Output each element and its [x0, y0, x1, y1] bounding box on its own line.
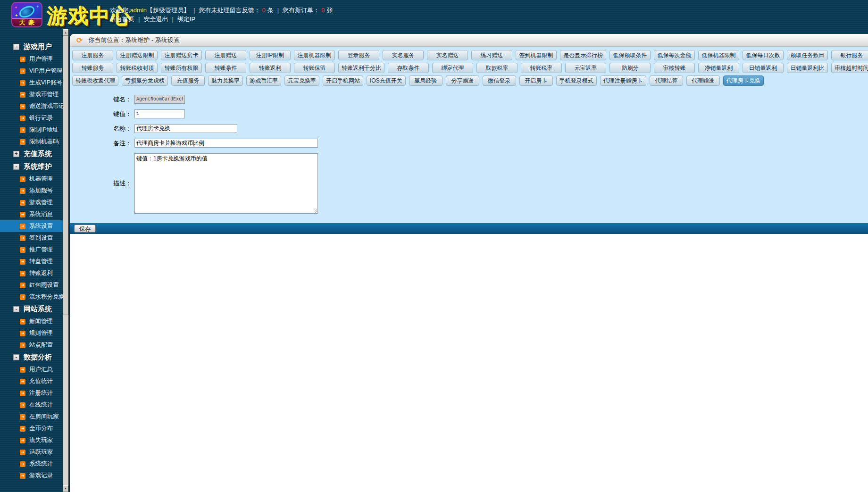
display-name-input[interactable] [134, 124, 237, 133]
expand-icon[interactable]: + [13, 151, 19, 157]
sidebar-item[interactable]: ➜注册统计 [0, 387, 63, 399]
sidebar-item[interactable]: ➜机器管理 [0, 173, 63, 185]
sidebar-item[interactable]: ➜金币分布 [0, 423, 63, 434]
sidebar-item[interactable]: ➜银行记录 [0, 112, 63, 124]
settings-tab-button[interactable]: 转账服务 [72, 63, 113, 73]
settings-tab-button[interactable]: 元宝兑换率 [284, 75, 319, 86]
sidebar-item[interactable]: ➜限制IP地址 [0, 124, 63, 136]
settings-tab-button[interactable]: 注册赠送 [205, 50, 246, 60]
sidebar-item[interactable]: ➜用户汇总 [0, 364, 63, 375]
sidebar-section-header[interactable]: -网站系统 [0, 303, 63, 316]
sidebar-item[interactable]: ➜规则管理 [0, 327, 63, 339]
collapse-icon[interactable]: - [13, 44, 19, 50]
link-bind-ip[interactable]: 绑定IP [177, 16, 195, 23]
sidebar-item[interactable]: ➜活跃玩家 [0, 446, 63, 458]
sidebar-item[interactable]: ➜站点配置 [0, 339, 63, 351]
settings-tab-button[interactable]: 审核转账 [654, 63, 695, 73]
settings-tab-button[interactable]: 亏损赢分龙虎榜 [122, 75, 168, 86]
settings-tab-button[interactable]: 注册机器限制 [294, 50, 335, 60]
sidebar-scrollbar[interactable]: ▲ ▼ [63, 29, 68, 492]
sidebar-item[interactable]: ➜赠送游戏币记录 [0, 100, 63, 112]
sidebar-item[interactable]: ➜在房间玩家 [0, 411, 63, 423]
settings-tab-button[interactable]: 转账税收返代理 [72, 75, 118, 86]
sidebar-item[interactable]: ➜系统消息 [0, 208, 63, 220]
settings-tab-button[interactable]: IOS充值开关 [367, 75, 406, 86]
scroll-up-arrow-icon[interactable]: ▲ [63, 29, 68, 36]
settings-tab-button[interactable]: 审核超时时间 [831, 63, 868, 73]
settings-tab-button[interactable]: 注册赠送房卡 [161, 50, 202, 60]
settings-tab-button[interactable]: 净销量返利 [698, 63, 739, 73]
sidebar-item[interactable]: ➜签到设置 [0, 232, 63, 244]
remark-input[interactable] [134, 139, 318, 148]
settings-tab-button[interactable]: 转账所有权限 [161, 63, 202, 73]
sidebar-item[interactable]: ➜红包雨设置 [0, 279, 63, 291]
settings-tab-button[interactable]: 转账保留 [294, 63, 335, 73]
settings-tab-button[interactable]: 是否显示排行榜 [560, 50, 606, 60]
sidebar-item[interactable]: ➜游戏记录 [0, 470, 63, 482]
sidebar-item[interactable]: ➜转账返利 [0, 267, 63, 279]
link-logout[interactable]: 安全退出 [143, 16, 168, 23]
description-textarea[interactable] [134, 153, 318, 214]
settings-tab-button[interactable]: 实名赠送 [427, 50, 468, 60]
sidebar-section-header[interactable]: -系统维护 [0, 160, 63, 173]
settings-tab-button[interactable]: 手机登录模式 [556, 75, 597, 86]
settings-tab-button[interactable]: 转账税率 [521, 63, 562, 73]
sidebar-item[interactable]: ➜转盘管理 [0, 256, 63, 267]
settings-tab-button[interactable]: 登录服务 [338, 50, 379, 60]
settings-tab-button[interactable]: 注册IP限制 [250, 50, 291, 60]
settings-tab-button[interactable]: 银行服务 [831, 50, 868, 60]
scroll-down-arrow-icon[interactable]: ▼ [63, 485, 68, 492]
sidebar-item[interactable]: ➜系统设置 [0, 220, 63, 232]
settings-tab-button[interactable]: 游戏币汇率 [246, 75, 281, 86]
settings-tab-button[interactable]: 转账税收封顶 [117, 63, 158, 73]
sidebar-item[interactable]: ➜游戏币管理 [0, 89, 63, 100]
settings-tab-button[interactable]: 低保机器限制 [698, 50, 739, 60]
settings-tab-button[interactable]: 领取任务数目 [787, 50, 828, 60]
settings-tab-button[interactable]: 转账返利千分比 [338, 63, 384, 73]
settings-tab-button[interactable]: 绑定代理 [432, 63, 473, 73]
sidebar-item[interactable]: ➜生成VIP账号 [0, 77, 63, 89]
settings-tab-button[interactable]: 开启手机网站 [323, 75, 363, 86]
settings-tab-button[interactable]: 魅力兑换率 [208, 75, 243, 86]
sidebar-item[interactable]: ➜在线统计 [0, 399, 63, 411]
settings-tab-button[interactable]: 练习赠送 [471, 50, 512, 60]
settings-tab-button[interactable]: 日销量返利 [743, 63, 784, 73]
collapse-icon[interactable]: - [13, 354, 19, 360]
settings-tab-button[interactable]: 注册服务 [72, 50, 113, 60]
settings-tab-button[interactable]: 代理结算 [650, 75, 683, 86]
save-button[interactable]: 保存 [74, 225, 96, 233]
settings-tab-button[interactable]: 日销量返利比 [787, 63, 828, 73]
sidebar-item[interactable]: ➜用户管理 [0, 53, 63, 65]
key-value-input[interactable] [134, 109, 185, 118]
settings-tab-button[interactable]: 实名服务 [383, 50, 424, 60]
settings-tab-button[interactable]: 微信登录 [483, 75, 516, 86]
sidebar-item[interactable]: ➜限制机器码 [0, 136, 63, 148]
settings-tab-button[interactable]: 注册赠送限制 [117, 50, 158, 60]
settings-tab-button[interactable]: 元宝返率 [565, 63, 606, 73]
settings-tab-button[interactable]: 赢局经验 [409, 75, 442, 86]
settings-tab-button[interactable]: 低保领取条件 [609, 50, 651, 60]
settings-tab-button[interactable]: 转账条件 [205, 63, 246, 73]
settings-tab-button[interactable]: 转账返利 [250, 63, 291, 73]
settings-tab-button[interactable]: 存取条件 [388, 63, 429, 73]
link-home[interactable]: 后台首页 [110, 16, 134, 23]
settings-tab-button[interactable]: 代理赠送 [686, 75, 720, 86]
settings-tab-button[interactable]: 充值服务 [171, 75, 205, 86]
collapse-icon[interactable]: - [13, 306, 19, 312]
sidebar-item[interactable]: ➜流失玩家 [0, 434, 63, 446]
sidebar-item[interactable]: ➜充值统计 [0, 375, 63, 387]
scrollbar-thumb[interactable] [63, 37, 68, 315]
settings-tab-button[interactable]: 开启房卡 [519, 75, 553, 86]
settings-tab-button[interactable]: 取款税率 [476, 63, 517, 73]
settings-tab-button[interactable]: 分享赠送 [446, 75, 479, 86]
sidebar-section-header[interactable]: -数据分析 [0, 351, 63, 364]
settings-tab-button[interactable]: 代理房卡兑换 [723, 75, 764, 86]
sidebar-item[interactable]: ➜游戏管理 [0, 197, 63, 208]
settings-tab-button[interactable]: 签到机器限制 [516, 50, 557, 60]
sidebar-item[interactable]: ➜推广管理 [0, 244, 63, 256]
collapse-icon[interactable]: - [13, 164, 19, 170]
sidebar-item[interactable]: ➜流水积分兑换 [0, 291, 63, 303]
sidebar-item[interactable]: ➜添加靓号 [0, 185, 63, 197]
sidebar-section-header[interactable]: -游戏用户 [0, 41, 63, 53]
sidebar-item[interactable]: ➜新闻管理 [0, 316, 63, 327]
